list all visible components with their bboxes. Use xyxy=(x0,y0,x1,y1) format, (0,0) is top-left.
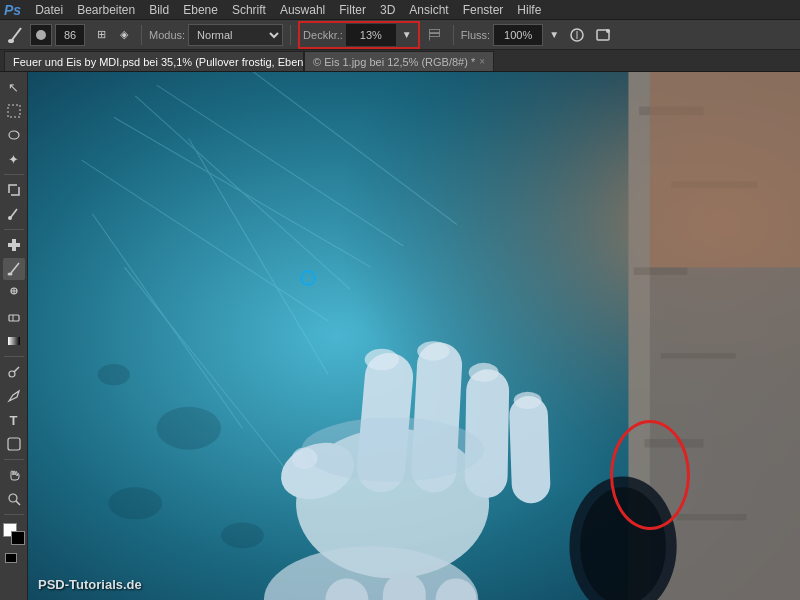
brush-toggle-icon[interactable]: ⊞ xyxy=(91,25,111,45)
brush-tool-icon xyxy=(6,25,26,45)
menu-ebene[interactable]: Ebene xyxy=(177,1,224,19)
main-area: ↖ ✦ xyxy=(0,72,800,600)
airbrush-icon[interactable]: ⛿ xyxy=(424,24,446,46)
svg-rect-45 xyxy=(509,395,551,504)
fluss-input[interactable] xyxy=(493,24,543,46)
tab-eis1-title: © Eis 1.jpg bei 12,5% (RGB/8#) * xyxy=(313,56,475,68)
svg-rect-61 xyxy=(661,353,736,358)
svg-rect-62 xyxy=(645,439,704,448)
tab-eis1-close[interactable]: × xyxy=(479,56,485,67)
tool-dodge[interactable] xyxy=(3,361,25,383)
tool-text[interactable]: T xyxy=(3,409,25,431)
menu-hilfe[interactable]: Hilfe xyxy=(511,1,547,19)
svg-point-14 xyxy=(7,273,12,276)
canvas-area[interactable]: PSD-Tutorials.de xyxy=(28,72,800,600)
deckkr-dropdown-icon[interactable]: ▼ xyxy=(399,25,415,45)
tool-hand[interactable] xyxy=(3,464,25,486)
svg-rect-63 xyxy=(677,514,747,520)
options-bar: ⊞ ◈ Modus: Normal Auflösen Multipliziere… xyxy=(0,20,800,50)
svg-rect-60 xyxy=(634,267,688,275)
menu-bar: Ps Datei Bearbeiten Bild Ebene Schrift A… xyxy=(0,0,800,20)
tab-eis1[interactable]: © Eis 1.jpg bei 12,5% (RGB/8#) * × xyxy=(304,51,494,71)
fluss-group: Fluss: ▼ xyxy=(461,24,562,46)
tool-eyedropper[interactable] xyxy=(3,203,25,225)
fluss-label: Fluss: xyxy=(461,29,490,41)
deckkr-group: Deckkr.: ▼ xyxy=(298,21,420,49)
tools-sep-5 xyxy=(4,514,24,515)
svg-point-39 xyxy=(98,364,130,385)
stylus-icon[interactable] xyxy=(566,24,588,46)
tab-bar: Feuer und Eis by MDI.psd bei 35,1% (Pull… xyxy=(0,50,800,72)
svg-rect-18 xyxy=(9,315,19,321)
svg-point-49 xyxy=(469,363,499,382)
svg-point-37 xyxy=(108,487,162,519)
svg-point-50 xyxy=(514,392,542,409)
menu-3d[interactable]: 3D xyxy=(374,1,401,19)
menu-schrift[interactable]: Schrift xyxy=(226,1,272,19)
tool-heal[interactable] xyxy=(3,234,25,256)
modus-label: Modus: xyxy=(149,29,185,41)
menu-auswahl[interactable]: Auswahl xyxy=(274,1,331,19)
svg-rect-10 xyxy=(12,239,16,243)
canvas-image xyxy=(28,72,800,600)
tablet-icon[interactable] xyxy=(592,24,614,46)
tab-feuer-eis[interactable]: Feuer und Eis by MDI.psd bei 35,1% (Pull… xyxy=(4,51,304,71)
menu-datei[interactable]: Datei xyxy=(29,1,69,19)
tool-zoom[interactable] xyxy=(3,488,25,510)
svg-line-22 xyxy=(14,367,19,372)
background-color[interactable] xyxy=(11,531,25,545)
tool-pen[interactable] xyxy=(3,385,25,407)
svg-rect-11 xyxy=(8,243,20,247)
svg-point-38 xyxy=(221,523,264,549)
menu-bearbeiten[interactable]: Bearbeiten xyxy=(71,1,141,19)
tool-gradient[interactable] xyxy=(3,330,25,352)
color-swatches[interactable] xyxy=(3,523,25,545)
separator-1 xyxy=(141,25,142,45)
separator-3 xyxy=(453,25,454,45)
tool-brush[interactable] xyxy=(3,258,25,280)
brush-extra-icon[interactable]: ◈ xyxy=(114,25,134,45)
svg-line-13 xyxy=(11,263,19,273)
deckkr-label: Deckkr.: xyxy=(303,29,343,41)
svg-point-1 xyxy=(8,39,14,43)
svg-line-25 xyxy=(16,501,20,505)
svg-point-47 xyxy=(365,349,399,370)
menu-bild[interactable]: Bild xyxy=(143,1,175,19)
app-logo: Ps xyxy=(4,2,21,18)
quick-mask-icon[interactable] xyxy=(5,553,17,563)
modus-select[interactable]: Normal Auflösen Multiplizieren xyxy=(188,24,283,46)
watermark-text: PSD-Tutorials.de xyxy=(38,577,142,592)
tool-marquee[interactable] xyxy=(3,100,25,122)
brush-size-input[interactable] xyxy=(55,24,85,46)
tools-sep-4 xyxy=(4,459,24,460)
svg-rect-20 xyxy=(8,337,20,345)
svg-point-9 xyxy=(8,216,12,220)
deckkr-input[interactable] xyxy=(346,24,396,46)
modus-group: Modus: Normal Auflösen Multiplizieren xyxy=(149,24,283,46)
svg-point-46 xyxy=(301,417,483,481)
tool-eraser[interactable] xyxy=(3,306,25,328)
tool-magic-wand[interactable]: ✦ xyxy=(3,148,25,170)
brush-preview[interactable] xyxy=(30,24,52,46)
tools-sep-2 xyxy=(4,229,24,230)
svg-point-36 xyxy=(157,407,221,450)
svg-point-5 xyxy=(606,29,610,33)
tool-crop[interactable] xyxy=(3,179,25,201)
tools-sep-1 xyxy=(4,174,24,175)
menu-filter[interactable]: Filter xyxy=(333,1,372,19)
tool-shape[interactable] xyxy=(3,433,25,455)
menu-ansicht[interactable]: Ansicht xyxy=(403,1,454,19)
brush-size-group xyxy=(30,24,85,46)
tab-feuer-eis-title: Feuer und Eis by MDI.psd bei 35,1% (Pull… xyxy=(13,56,304,68)
fluss-dropdown-icon[interactable]: ▼ xyxy=(546,25,562,45)
tool-move[interactable]: ↖ xyxy=(3,76,25,98)
menu-fenster[interactable]: Fenster xyxy=(457,1,510,19)
svg-rect-64 xyxy=(650,72,800,267)
svg-point-66 xyxy=(580,487,666,600)
tool-clone[interactable] xyxy=(3,282,25,304)
svg-rect-23 xyxy=(8,438,20,450)
tool-lasso[interactable] xyxy=(3,124,25,146)
svg-line-0 xyxy=(12,28,21,40)
tools-panel: ↖ ✦ xyxy=(0,72,28,600)
svg-rect-6 xyxy=(8,105,20,117)
